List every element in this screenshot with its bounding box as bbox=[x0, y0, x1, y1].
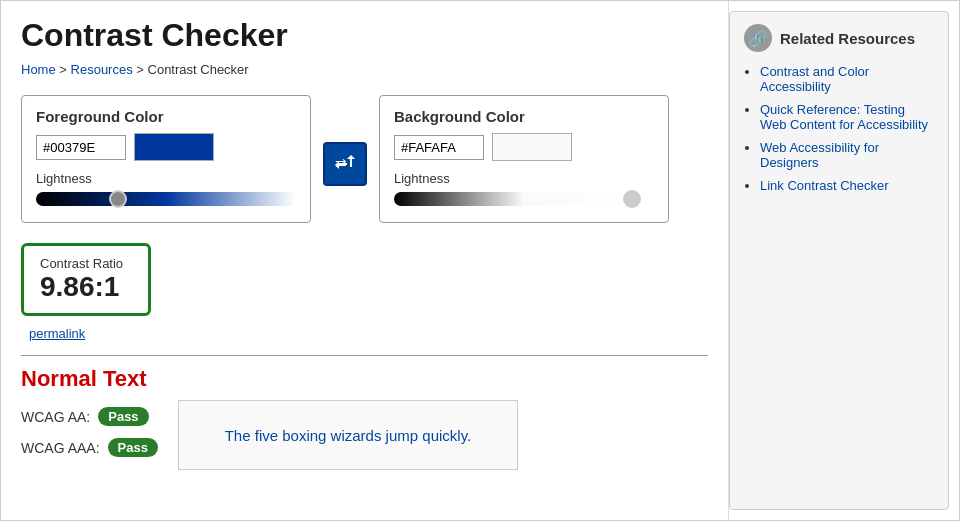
wcag-aaa-row: WCAG AAA: Pass bbox=[21, 438, 158, 457]
foreground-lightness-track bbox=[36, 192, 296, 206]
background-hex-input[interactable] bbox=[394, 135, 484, 160]
breadcrumb-resources[interactable]: Resources bbox=[71, 62, 133, 77]
wcag-aa-badge: Pass bbox=[98, 407, 148, 426]
sidebar-title: 🔗 Related Resources bbox=[744, 24, 934, 52]
background-lightness-label: Lightness bbox=[394, 171, 654, 186]
sidebar-links-list: Contrast and Color Accessibility Quick R… bbox=[744, 64, 934, 193]
foreground-color-box: Foreground Color Lightness bbox=[21, 95, 311, 223]
svg-text:⇄: ⇄ bbox=[335, 155, 347, 171]
sidebar-link-contrast-color[interactable]: Contrast and Color Accessibility bbox=[760, 64, 869, 94]
foreground-lightness-thumb[interactable] bbox=[109, 190, 127, 208]
foreground-label: Foreground Color bbox=[36, 108, 296, 125]
breadcrumb-home[interactable]: Home bbox=[21, 62, 56, 77]
related-resources-icon: 🔗 bbox=[744, 24, 772, 52]
sidebar-link-contrast-checker[interactable]: Link Contrast Checker bbox=[760, 178, 889, 193]
sidebar-link-quick-reference[interactable]: Quick Reference: Testing Web Content for… bbox=[760, 102, 928, 132]
list-item: Contrast and Color Accessibility bbox=[760, 64, 934, 94]
wcag-aa-row: WCAG AA: Pass bbox=[21, 407, 158, 426]
background-color-swatch bbox=[492, 133, 572, 161]
sidebar-link-web-accessibility[interactable]: Web Accessibility for Designers bbox=[760, 140, 879, 170]
wcag-labels: WCAG AA: Pass WCAG AAA: Pass bbox=[21, 407, 158, 463]
foreground-hex-input[interactable] bbox=[36, 135, 126, 160]
contrast-ratio-box: Contrast Ratio 9.86:1 bbox=[21, 243, 151, 316]
section-divider bbox=[21, 355, 708, 356]
list-item: Link Contrast Checker bbox=[760, 178, 934, 193]
contrast-ratio-label: Contrast Ratio bbox=[40, 256, 132, 271]
foreground-color-swatch bbox=[134, 133, 214, 161]
normal-text-preview-box: The five boxing wizards jump quickly. bbox=[178, 400, 518, 470]
wcag-aaa-badge: Pass bbox=[108, 438, 158, 457]
background-color-box: Background Color Lightness bbox=[379, 95, 669, 223]
list-item: Web Accessibility for Designers bbox=[760, 140, 934, 170]
list-item: Quick Reference: Testing Web Content for… bbox=[760, 102, 934, 132]
permalink-link[interactable]: permalink bbox=[29, 326, 708, 341]
contrast-ratio-value: 9.86:1 bbox=[40, 271, 132, 303]
wcag-aa-label: WCAG AA: bbox=[21, 409, 90, 425]
background-label: Background Color bbox=[394, 108, 654, 125]
normal-text-heading: Normal Text bbox=[21, 366, 708, 392]
wcag-aaa-label: WCAG AAA: bbox=[21, 440, 100, 456]
foreground-lightness-label: Lightness bbox=[36, 171, 296, 186]
background-lightness-track bbox=[394, 192, 654, 206]
switch-colors-button[interactable]: ⇄ bbox=[323, 142, 367, 186]
breadcrumb: Home > Resources > Contrast Checker bbox=[21, 62, 708, 77]
breadcrumb-current: Contrast Checker bbox=[148, 62, 249, 77]
page-title: Contrast Checker bbox=[21, 17, 708, 54]
normal-text-preview: The five boxing wizards jump quickly. bbox=[225, 427, 472, 444]
sidebar: 🔗 Related Resources Contrast and Color A… bbox=[729, 11, 949, 510]
wcag-preview-row: WCAG AA: Pass WCAG AAA: Pass The five bo… bbox=[21, 400, 708, 470]
background-lightness-thumb[interactable] bbox=[623, 190, 641, 208]
